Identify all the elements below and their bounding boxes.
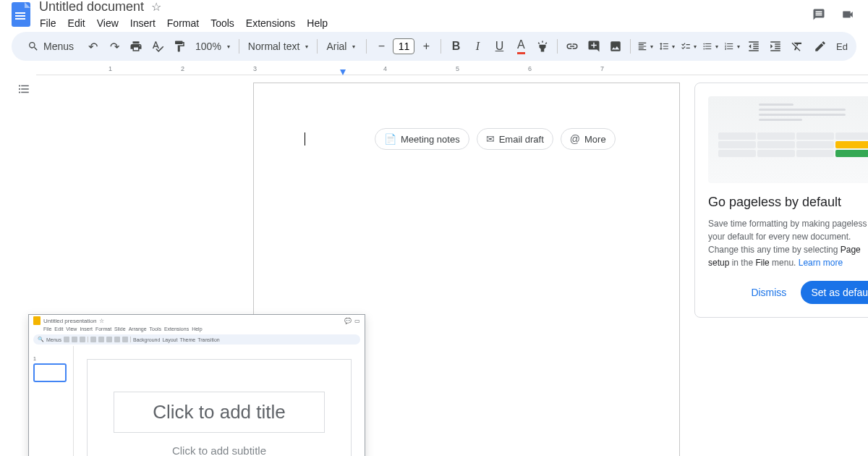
insert-image-button[interactable] bbox=[605, 36, 626, 56]
slides-present-icon[interactable]: ▭ bbox=[354, 318, 360, 324]
bullet-list-dropdown[interactable] bbox=[700, 36, 720, 56]
slides-menu-view[interactable]: View bbox=[66, 326, 77, 332]
meeting-notes-chip[interactable]: 📄 Meeting notes bbox=[375, 128, 469, 150]
paragraph-style-dropdown[interactable]: Normal text bbox=[244, 38, 313, 55]
more-chip[interactable]: @ More bbox=[561, 128, 616, 150]
ruler-mark: 1 bbox=[109, 65, 112, 72]
slides-menu-tools[interactable]: Tools bbox=[150, 326, 161, 332]
pageless-panel: Go pageless by default Save time formatt… bbox=[694, 83, 868, 318]
font-dropdown[interactable]: Arial bbox=[322, 38, 362, 55]
slides-menu-file[interactable]: File bbox=[43, 326, 51, 332]
outline-toggle-icon[interactable] bbox=[17, 83, 35, 100]
slides-transition-btn[interactable]: Transition bbox=[197, 337, 219, 342]
slides-menu-bar: File Edit View Insert Format Slide Arran… bbox=[29, 326, 365, 333]
ruler-mark: 3 bbox=[253, 65, 257, 72]
menu-extensions[interactable]: Extensions bbox=[241, 16, 300, 30]
menu-tools[interactable]: Tools bbox=[205, 16, 239, 30]
slides-tool[interactable] bbox=[90, 337, 96, 342]
slide-thumbnail[interactable] bbox=[33, 363, 67, 382]
increase-indent-button[interactable] bbox=[765, 36, 786, 56]
pageless-title: Go pageless by default bbox=[708, 195, 868, 210]
menu-view[interactable]: View bbox=[92, 16, 124, 30]
numbered-list-dropdown[interactable] bbox=[722, 36, 742, 56]
redo-button[interactable]: ↷ bbox=[104, 36, 124, 56]
underline-button[interactable]: U bbox=[489, 36, 509, 56]
slides-menu-help[interactable]: Help bbox=[192, 326, 202, 332]
menu-format[interactable]: Format bbox=[162, 16, 204, 30]
document-title[interactable]: Untitled document bbox=[39, 0, 144, 14]
star-icon[interactable]: ☆ bbox=[151, 0, 161, 14]
italic-button[interactable]: I bbox=[467, 36, 488, 56]
slides-filmstrip[interactable]: 1 bbox=[29, 346, 74, 456]
slides-menus-label[interactable]: Menus bbox=[46, 337, 61, 342]
slide-subtitle-placeholder[interactable]: Click to add subtitle bbox=[114, 439, 324, 456]
text-color-button[interactable]: A bbox=[511, 36, 531, 56]
slides-body: 1 Click to add title Click to add subtit… bbox=[29, 346, 365, 456]
slides-toolbar: 🔍 Menus Background Layout Theme Transiti… bbox=[33, 334, 360, 345]
slides-menu-format[interactable]: Format bbox=[95, 326, 111, 332]
slides-menu-extensions[interactable]: Extensions bbox=[164, 326, 189, 332]
horizontal-ruler[interactable]: 1 2 3 4 5 6 7 bbox=[36, 64, 868, 75]
slides-menu-edit[interactable]: Edit bbox=[54, 326, 63, 332]
line-spacing-dropdown[interactable] bbox=[657, 36, 677, 56]
at-icon: @ bbox=[570, 133, 580, 145]
undo-button[interactable]: ↶ bbox=[82, 36, 103, 56]
main-area: 📄 Meeting notes ✉ Email draft @ More Go … bbox=[0, 75, 868, 456]
increase-font-button[interactable]: + bbox=[416, 36, 436, 56]
learn-more-link[interactable]: Learn more bbox=[799, 258, 843, 268]
slides-app-icon[interactable] bbox=[33, 316, 41, 325]
slides-tool[interactable] bbox=[122, 337, 128, 342]
meet-icon[interactable] bbox=[839, 6, 856, 23]
slides-tool[interactable] bbox=[106, 337, 112, 342]
slide-title-placeholder[interactable]: Click to add title bbox=[114, 392, 324, 433]
title-row: Untitled document ☆ bbox=[39, 0, 333, 14]
slides-theme-btn[interactable]: Theme bbox=[179, 337, 195, 342]
menu-file[interactable]: File bbox=[35, 16, 61, 30]
slides-canvas[interactable]: Click to add title Click to add subtitle bbox=[74, 346, 365, 456]
slides-menu-insert[interactable]: Insert bbox=[80, 326, 93, 332]
insert-link-button[interactable] bbox=[562, 36, 582, 56]
decrease-font-button[interactable]: − bbox=[371, 36, 391, 56]
insert-comment-button[interactable] bbox=[584, 36, 604, 56]
slides-tool[interactable] bbox=[98, 337, 104, 342]
slides-menu-slide[interactable]: Slide bbox=[114, 326, 126, 332]
menu-help[interactable]: Help bbox=[302, 16, 333, 30]
slides-tool[interactable] bbox=[114, 337, 120, 342]
menu-insert[interactable]: Insert bbox=[125, 16, 161, 30]
pageless-illustration bbox=[708, 96, 868, 183]
bold-button[interactable]: B bbox=[446, 36, 466, 56]
menus-search[interactable]: Menus bbox=[20, 38, 81, 55]
indent-marker-icon[interactable] bbox=[340, 69, 346, 75]
slide[interactable]: Click to add title Click to add subtitle bbox=[87, 359, 352, 456]
slides-title[interactable]: Untitled presentation bbox=[43, 318, 96, 324]
comment-history-icon[interactable] bbox=[810, 6, 827, 23]
editing-mode-button[interactable] bbox=[810, 36, 830, 56]
slides-menu-arrange[interactable]: Arrange bbox=[129, 326, 147, 332]
docs-app-icon[interactable] bbox=[12, 2, 30, 27]
paint-format-button[interactable] bbox=[169, 36, 190, 56]
slides-comment-icon[interactable]: 💬 bbox=[344, 318, 352, 324]
spellcheck-button[interactable] bbox=[148, 36, 168, 56]
menu-edit[interactable]: Edit bbox=[63, 16, 90, 30]
align-dropdown[interactable] bbox=[635, 36, 655, 56]
set-default-button[interactable]: Set as default bbox=[801, 281, 868, 304]
slides-background-btn[interactable]: Background bbox=[133, 337, 160, 342]
pageless-actions: Dismiss Set as default bbox=[708, 281, 868, 304]
slides-tool[interactable] bbox=[80, 337, 85, 342]
email-draft-chip[interactable]: ✉ Email draft bbox=[477, 128, 553, 150]
print-button[interactable] bbox=[126, 36, 146, 56]
slides-star-icon[interactable]: ☆ bbox=[99, 318, 104, 324]
slides-tool[interactable] bbox=[64, 337, 69, 342]
pageless-body: Save time formatting by making pageless … bbox=[708, 217, 868, 269]
slides-tool[interactable] bbox=[72, 337, 77, 342]
slides-layout-btn[interactable]: Layout bbox=[162, 337, 177, 342]
font-size-input[interactable] bbox=[393, 38, 414, 54]
highlight-button[interactable] bbox=[532, 36, 553, 56]
slides-window[interactable]: Untitled presentation ☆ 💬 ▭ File Edit Vi… bbox=[28, 314, 365, 456]
checklist-dropdown[interactable] bbox=[678, 36, 699, 56]
decrease-indent-button[interactable] bbox=[744, 36, 764, 56]
zoom-dropdown[interactable]: 100% bbox=[191, 38, 234, 55]
dismiss-button[interactable]: Dismiss bbox=[744, 282, 793, 303]
clear-formatting-button[interactable] bbox=[787, 36, 807, 56]
toolbar: Menus ↶ ↷ 100% Normal text Arial − + B I… bbox=[12, 32, 856, 61]
